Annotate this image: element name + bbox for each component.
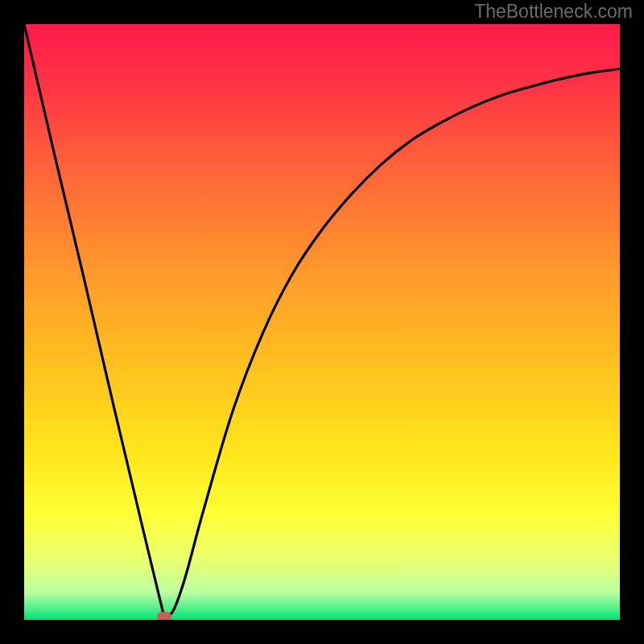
optimal-point-marker: [157, 612, 171, 620]
watermark-text: TheBottleneck.com: [474, 1, 633, 23]
bottleneck-curve: [24, 24, 620, 620]
chart-frame: TheBottleneck.com: [0, 0, 644, 644]
plot-area: [24, 24, 620, 620]
